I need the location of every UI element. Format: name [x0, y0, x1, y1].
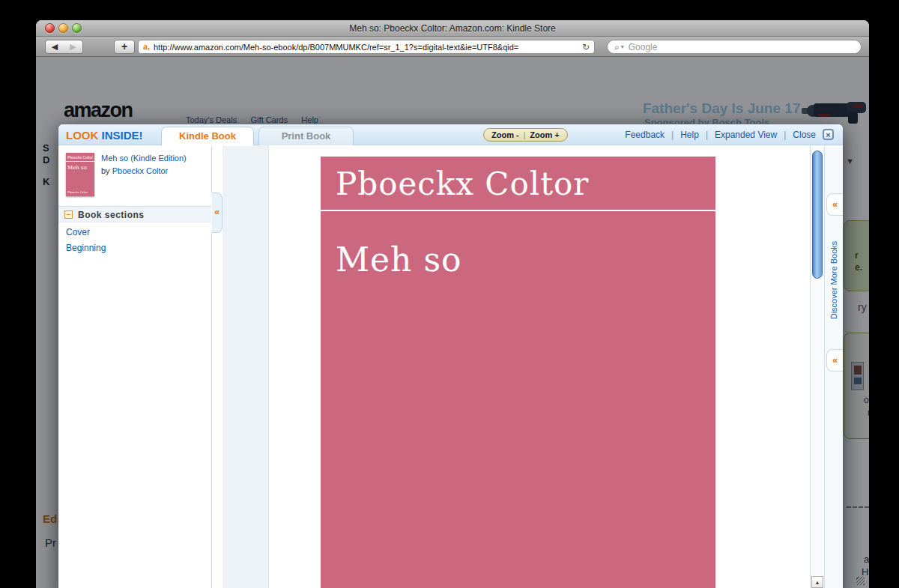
plus-icon: +: [121, 40, 127, 52]
reader-sidebar: Pboeckx Coltor Meh so Pboeckx Coltor Meh…: [58, 145, 212, 588]
search-icon: ⌕: [614, 42, 620, 52]
discover-strip: « Discover More Books «: [824, 145, 843, 588]
right-collapse-tab-top[interactable]: «: [826, 193, 843, 216]
search-placeholder: Google: [629, 42, 658, 52]
thumb-author: Pboeckx Coltor: [66, 153, 94, 162]
zoom-in-button[interactable]: Zoom +: [530, 130, 559, 139]
link-separator: |: [784, 130, 786, 140]
discover-more-books-link[interactable]: Discover More Books: [826, 224, 841, 336]
look-inside-logo: LOOK INSIDE!: [66, 129, 143, 142]
window-titlebar[interactable]: Meh so: Pboeckx Coltor: Amazon.com: Kind…: [36, 20, 869, 37]
book-cover-image: Pboeckx Coltor Meh so: [321, 157, 715, 588]
book-page-area: Pboeckx Coltor Meh so: [269, 145, 810, 588]
feedback-link[interactable]: Feedback: [625, 130, 665, 140]
by-label: by: [101, 166, 112, 175]
reader-gutter: [223, 145, 269, 588]
book-title-link[interactable]: Meh so (Kindle Edition): [101, 154, 210, 163]
reload-icon[interactable]: ↻: [582, 42, 590, 52]
scroll-up-button[interactable]: ▲: [811, 576, 823, 588]
sidebar-collapse-tab[interactable]: «: [211, 193, 223, 233]
page-viewport: amazon Today's Deals Gift Cards Help Fat…: [36, 57, 869, 588]
browser-window: Meh so: Pboeckx Coltor: Amazon.com: Kind…: [36, 20, 869, 588]
forward-icon: ▶: [70, 42, 76, 51]
reader-scrollbar[interactable]: ▲ ▼: [810, 145, 824, 588]
reader-header-links: Feedback | Help | Expanded View | Close …: [625, 129, 834, 140]
tab-kindle-book[interactable]: Kindle Book: [161, 127, 254, 146]
zoom-out-button[interactable]: Zoom -: [491, 130, 519, 139]
url-text[interactable]: http://www.amazon.com/Meh-so-ebook/dp/B0…: [154, 43, 578, 52]
scrollbar-thumb[interactable]: [812, 151, 823, 279]
book-sections-label: Book sections: [78, 210, 145, 220]
new-tab-button[interactable]: +: [114, 40, 135, 54]
cover-author-text: Pboeckx Coltor: [336, 166, 589, 202]
back-button[interactable]: ◀: [45, 40, 64, 54]
close-link[interactable]: Close: [793, 130, 816, 140]
zoom-controls: Zoom - | Zoom +: [483, 128, 568, 142]
reader-body: Pboeckx Coltor Meh so Pboeckx Coltor Meh…: [58, 145, 843, 588]
look-label: LOOK: [66, 129, 98, 142]
chevron-left-icon: «: [832, 198, 838, 210]
sidebar-item-cover[interactable]: Cover: [66, 227, 90, 237]
book-sections-header: − Book sections: [58, 206, 211, 222]
zoom-separator: |: [524, 131, 526, 139]
chevron-left-icon: «: [832, 354, 838, 366]
inside-label: INSIDE!: [102, 129, 143, 142]
chevron-left-icon: «: [214, 206, 220, 217]
window-title: Meh so: Pboeckx Coltor: Amazon.com: Kind…: [36, 23, 869, 34]
scroll-up-icon: ▲: [815, 580, 820, 585]
thumb-footer: Pboeckx Coltor: [67, 190, 88, 194]
sidebar-item-beginning[interactable]: Beginning: [66, 243, 106, 253]
reader-header: LOOK INSIDE! Kindle Book Print Book Zoom…: [58, 124, 843, 145]
look-inside-reader: LOOK INSIDE! Kindle Book Print Book Zoom…: [58, 124, 843, 588]
back-icon: ◀: [52, 42, 58, 51]
link-separator: |: [706, 130, 708, 140]
search-field[interactable]: ⌕ ▾ Google: [607, 40, 862, 54]
address-bar[interactable]: a, http://www.amazon.com/Meh-so-ebook/dp…: [138, 40, 595, 54]
author-link[interactable]: Pboeckx Coltor: [112, 166, 169, 175]
amazon-favicon-icon: a,: [143, 41, 150, 52]
search-dropdown-icon[interactable]: ▾: [621, 43, 624, 50]
collapse-minus-icon[interactable]: −: [64, 210, 73, 219]
forward-button[interactable]: ▶: [64, 40, 83, 54]
close-icon[interactable]: ×: [823, 129, 834, 140]
book-cover-thumbnail: Pboeckx Coltor Meh so Pboeckx Coltor: [66, 153, 94, 196]
thumb-title: Meh so: [66, 162, 94, 171]
tab-print-book[interactable]: Print Book: [258, 127, 354, 146]
cover-divider-line: [321, 210, 715, 211]
cover-title-text: Meh so: [336, 240, 462, 279]
byline: by Pboeckx Coltor: [101, 166, 168, 175]
link-separator: |: [671, 130, 674, 140]
browser-toolbar: ◀ ▶ + a, http://www.amazon.com/Meh-so-eb…: [36, 37, 869, 57]
right-collapse-tab-bottom[interactable]: «: [826, 349, 843, 372]
help-link[interactable]: Help: [680, 130, 699, 140]
expanded-view-link[interactable]: Expanded View: [715, 130, 777, 140]
